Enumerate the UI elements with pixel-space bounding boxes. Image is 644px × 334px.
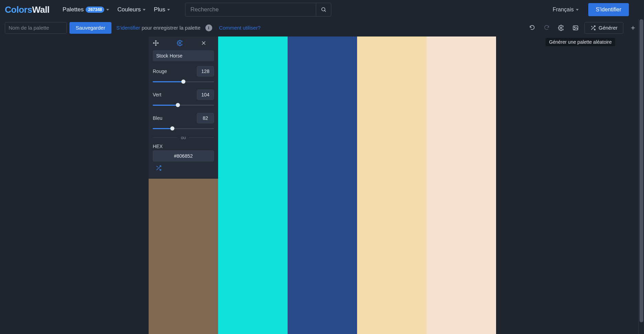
nav-palettes[interactable]: Palettes 267348 (59, 4, 112, 15)
scrollbar-thumb[interactable] (640, 19, 643, 322)
close-button[interactable] (201, 40, 214, 46)
vert-value[interactable]: 104 (197, 90, 214, 100)
move-icon (153, 40, 159, 46)
chevron-down-icon (167, 9, 170, 11)
image-icon (572, 25, 579, 31)
or-text: ou (181, 135, 186, 140)
save-hint-signin-link[interactable]: S'identifier (116, 25, 140, 31)
palette-color-5[interactable] (427, 36, 496, 334)
shuffle-icon (590, 25, 596, 31)
chevron-down-icon (143, 9, 146, 11)
undo-icon (529, 25, 535, 31)
search-icon (321, 7, 327, 13)
save-hint: S'identifier pour enregistrer la palette (116, 25, 201, 31)
vert-slider[interactable] (153, 103, 214, 107)
bleu-label: Bleu (153, 115, 162, 121)
plus-icon (630, 25, 636, 31)
generate-label: Générer (599, 25, 618, 31)
slider-thumb[interactable] (176, 103, 180, 107)
rouge-value[interactable]: 128 (197, 66, 214, 76)
rouge-label: Rouge (153, 69, 167, 74)
shuffle-color-button[interactable] (149, 165, 218, 174)
nav-plus-label: Plus (154, 6, 165, 13)
palette-color-2[interactable] (218, 36, 288, 334)
hex-label: HEX (149, 144, 218, 150)
sep-line (189, 137, 214, 138)
rouge-slider[interactable] (153, 79, 214, 84)
logo-text-2: Wall (32, 4, 49, 15)
palette-name-input[interactable] (5, 22, 67, 34)
shuffle-icon (155, 165, 162, 171)
nav-couleurs[interactable]: Couleurs (114, 4, 149, 15)
search-wrap (185, 3, 331, 17)
palette-color-4[interactable] (357, 36, 427, 334)
logo-text-1: Colors (5, 4, 32, 15)
signin-button[interactable]: S'identifier (588, 3, 629, 16)
or-separator: ou (153, 135, 214, 140)
color-name-input[interactable] (153, 50, 214, 61)
nav-plus[interactable]: Plus (150, 4, 173, 15)
generate-tooltip: Générer une palette aléatoire (546, 38, 615, 46)
vert-label: Vert (153, 92, 161, 97)
redo-button (540, 22, 553, 34)
bleu-value[interactable]: 82 (197, 113, 214, 123)
settings-button[interactable] (555, 22, 567, 34)
info-icon[interactable]: i (205, 24, 212, 31)
slider-thumb[interactable] (170, 126, 174, 131)
language-selector[interactable]: Français (552, 7, 578, 13)
scrollbar[interactable] (638, 19, 644, 334)
close-icon (201, 40, 206, 46)
svg-point-0 (322, 8, 325, 11)
how-to-use-link[interactable]: Comment utiliser? (219, 25, 261, 31)
palettes-count-badge: 267348 (86, 7, 104, 13)
generate-button[interactable]: Générer (584, 22, 623, 34)
panel-top-icons (149, 36, 218, 48)
svg-rect-3 (573, 26, 578, 30)
nav-palettes-label: Palettes (63, 6, 84, 13)
logo[interactable]: ColorsWall (5, 4, 50, 15)
slider-fill (153, 81, 183, 82)
bleu-row: Bleu 82 (149, 112, 218, 124)
rouge-row: Rouge 128 (149, 65, 218, 77)
header: ColorsWall Palettes 267348 Couleurs Plus… (0, 0, 644, 19)
vert-row: Vert 104 (149, 88, 218, 101)
chevron-down-icon (576, 9, 579, 11)
sep-line (153, 137, 178, 138)
chevron-down-icon (106, 9, 109, 11)
svg-point-4 (574, 27, 575, 28)
slider-fill (153, 128, 172, 129)
save-button[interactable]: Sauvegarder (69, 22, 111, 34)
svg-point-12 (179, 42, 181, 44)
nav-couleurs-label: Couleurs (117, 6, 141, 13)
move-handle-button[interactable] (153, 40, 166, 46)
image-button[interactable] (569, 22, 582, 34)
nav-links: Palettes 267348 Couleurs Plus (59, 4, 174, 15)
svg-line-17 (157, 166, 158, 167)
toolbar: Sauvegarder S'identifier pour enregistre… (0, 19, 644, 36)
language-label: Français (552, 7, 573, 13)
undo-button[interactable] (526, 22, 538, 34)
svg-line-7 (591, 26, 592, 27)
save-hint-rest: pour enregistrer la palette (140, 25, 200, 31)
svg-line-1 (324, 10, 326, 12)
gear-icon (558, 25, 564, 31)
svg-point-2 (560, 27, 562, 29)
redo-icon (544, 25, 550, 31)
bleu-slider[interactable] (153, 126, 214, 131)
slider-fill (153, 105, 178, 106)
search-button[interactable] (316, 3, 331, 16)
color-settings-button[interactable] (177, 40, 190, 46)
hex-input[interactable] (153, 150, 214, 161)
gear-icon (177, 40, 183, 46)
color-edit-panel: Rouge 128 Vert 104 Bleu 82 ou HEX (149, 36, 218, 179)
slider-thumb[interactable] (181, 80, 185, 84)
add-color-button[interactable] (627, 22, 639, 34)
search-input[interactable] (185, 3, 316, 16)
palette-color-3[interactable] (288, 36, 357, 334)
